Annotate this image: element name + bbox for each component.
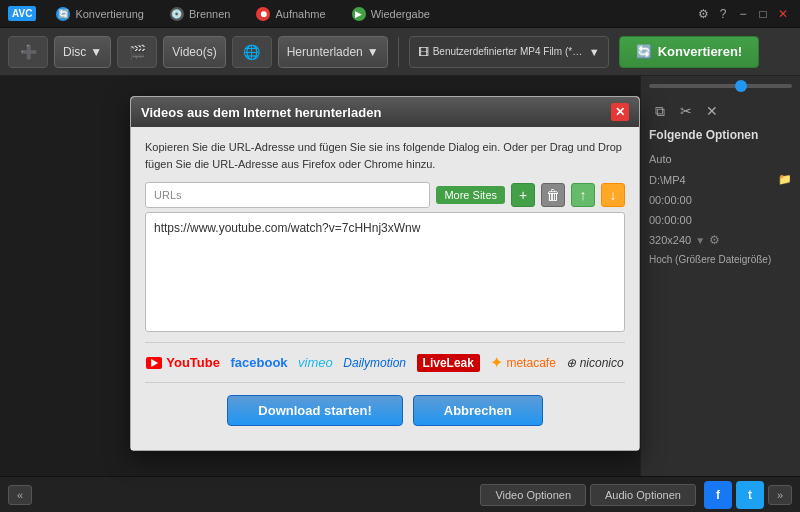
audio-options-tab[interactable]: Audio Optionen: [590, 484, 696, 506]
settings-icon[interactable]: ⚙: [694, 5, 712, 23]
facebook-share-button[interactable]: f: [704, 481, 732, 509]
format-label: Benutzerdefinierter MP4 Film (*.mp4): [433, 46, 583, 57]
modal-close-button[interactable]: ✕: [611, 103, 629, 121]
add-icon: ➕: [19, 43, 37, 61]
move-up-button[interactable]: ↑: [571, 183, 595, 207]
cancel-button[interactable]: Abbrechen: [413, 395, 543, 426]
liveleak-label: LiveLeak: [423, 356, 474, 370]
tab-konvertierung-label: Konvertierung: [75, 8, 144, 20]
option-time-start-value: 00:00:00: [649, 194, 692, 206]
tab-aufnahme-label: Aufnahme: [275, 8, 325, 20]
options-title: Folgende Optionen: [649, 128, 792, 142]
option-resolution-value: 320x240: [649, 234, 691, 246]
wiedergabe-icon: ▶: [352, 7, 366, 21]
main-area: Füge Videos aus dem Internet herunterlad…: [0, 76, 800, 476]
download-icon-btn[interactable]: 🌐: [232, 36, 272, 68]
content-left: Füge Videos aus dem Internet herunterlad…: [0, 76, 640, 476]
right-panel: ⧉ ✂ ✕ Folgende Optionen Auto D:\MP4 📁 00…: [640, 76, 800, 476]
tab-brennen[interactable]: 💿 Brennen: [158, 3, 243, 25]
niconico-label: ⊕ niconico: [566, 356, 623, 370]
nav-next-button[interactable]: »: [768, 485, 792, 505]
url-placeholder-text: URLs: [154, 189, 182, 201]
scissors-icon[interactable]: ✂: [675, 100, 697, 122]
dailymotion-logo: Dailymotion: [343, 356, 406, 370]
liveleak-logo: LiveLeak: [417, 354, 480, 372]
option-time-end: 00:00:00: [649, 213, 792, 227]
video-icon-btn[interactable]: 🎬: [117, 36, 157, 68]
metacafe-icon: ✦: [490, 353, 503, 372]
convert-button[interactable]: 🔄 Konvertieren!: [619, 36, 760, 68]
nav-prev-button[interactable]: «: [8, 485, 32, 505]
slider-thumb[interactable]: [735, 80, 747, 92]
format-select[interactable]: 🎞 Benutzerdefinierter MP4 Film (*.mp4) ▼: [409, 36, 609, 68]
close-icon[interactable]: ✕: [774, 5, 792, 23]
tab-wiedergabe-label: Wiedergabe: [371, 8, 430, 20]
dailymotion-label: Dailymotion: [343, 356, 406, 370]
option-time-start: 00:00:00: [649, 193, 792, 207]
option-path-value: D:\MP4: [649, 174, 686, 186]
konvertierung-icon: 🔄: [56, 7, 70, 21]
preview-controls: ⧉ ✂ ✕: [649, 100, 792, 122]
copy-icon[interactable]: ⧉: [649, 100, 671, 122]
preview-slider: [649, 84, 792, 88]
twitter-share-button[interactable]: t: [736, 481, 764, 509]
tab-brennen-label: Brennen: [189, 8, 231, 20]
film-icon: 🎞: [418, 46, 429, 58]
modal-header: Videos aus dem Internet herunterladen ✕: [131, 97, 639, 127]
youtube-play-icon: [146, 357, 162, 369]
download-chevron-icon: ▼: [367, 45, 379, 59]
url-entry: https://www.youtube.com/watch?v=7cHHnj3x…: [154, 221, 616, 235]
tab-aufnahme[interactable]: ⏺ Aufnahme: [244, 3, 337, 25]
disc-select[interactable]: Disc ▼: [54, 36, 111, 68]
youtube-label: YouTube: [166, 355, 220, 370]
add-url-button[interactable]: +: [511, 183, 535, 207]
convert-label: Konvertieren!: [658, 44, 743, 59]
convert-icon: 🔄: [636, 44, 652, 59]
youtube-logo: YouTube: [146, 355, 220, 370]
download-start-button[interactable]: Download starten!: [227, 395, 402, 426]
help-icon[interactable]: ?: [714, 5, 732, 23]
facebook-logo: facebook: [230, 355, 287, 370]
format-chevron-icon: ▼: [589, 46, 600, 58]
maximize-icon[interactable]: □: [754, 5, 772, 23]
folder-icon[interactable]: 📁: [778, 173, 792, 186]
tab-konvertierung[interactable]: 🔄 Konvertierung: [44, 3, 156, 25]
vimeo-label: vimeo: [298, 355, 333, 370]
delete-url-button[interactable]: 🗑: [541, 183, 565, 207]
videos-select[interactable]: Video(s): [163, 36, 225, 68]
metacafe-label: metacafe: [506, 356, 555, 370]
move-down-button[interactable]: ↓: [601, 183, 625, 207]
social-buttons: f t »: [704, 481, 792, 509]
url-input-area[interactable]: https://www.youtube.com/watch?v=7cHHnj3x…: [145, 212, 625, 332]
video-options-tab[interactable]: Video Optionen: [480, 484, 586, 506]
modal-description: Kopieren Sie die URL-Adresse und fügen S…: [145, 139, 625, 172]
download-icon: 🌐: [243, 43, 261, 61]
modal-footer: Download starten! Abbrechen: [145, 395, 625, 438]
url-label: URLs: [145, 182, 430, 208]
niconico-logo: ⊕ niconico: [566, 356, 623, 370]
more-sites-button[interactable]: More Sites: [436, 186, 505, 204]
x-icon[interactable]: ✕: [701, 100, 723, 122]
title-tabs: 🔄 Konvertierung 💿 Brennen ⏺ Aufnahme ▶ W…: [44, 3, 686, 25]
tab-wiedergabe[interactable]: ▶ Wiedergabe: [340, 3, 442, 25]
option-quality-value: Hoch (Größere Dateigröße): [649, 254, 771, 265]
facebook-label: facebook: [230, 355, 287, 370]
bottom-bar: « Video Optionen Audio Optionen f t »: [0, 476, 800, 512]
toolbar-divider: [398, 37, 399, 67]
window-controls: ⚙ ? − □ ✕: [694, 5, 792, 23]
modal-overlay: Videos aus dem Internet herunterladen ✕ …: [0, 76, 640, 476]
title-bar: AVC 🔄 Konvertierung 💿 Brennen ⏺ Aufnahme…: [0, 0, 800, 28]
expand-icon: ▼: [695, 235, 705, 246]
download-select[interactable]: Herunterladen ▼: [278, 36, 388, 68]
slider-track[interactable]: [649, 84, 792, 88]
download-modal: Videos aus dem Internet herunterladen ✕ …: [130, 96, 640, 451]
modal-body: Kopieren Sie die URL-Adresse und fügen S…: [131, 127, 639, 450]
minimize-icon[interactable]: −: [734, 5, 752, 23]
resolution-gear-icon[interactable]: ⚙: [709, 233, 720, 247]
download-label: Herunterladen: [287, 45, 363, 59]
option-auto-label: Auto: [649, 153, 672, 165]
metacafe-logo: ✦ metacafe: [490, 353, 555, 372]
add-button[interactable]: ➕: [8, 36, 48, 68]
disc-label: Disc: [63, 45, 86, 59]
supported-sites-logos: YouTube facebook vimeo Dailymotion LiveL: [145, 342, 625, 383]
